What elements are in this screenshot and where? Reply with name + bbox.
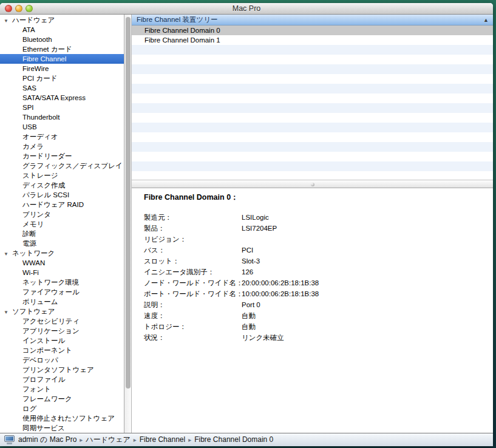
breadcrumb-separator-icon: ▸ (188, 436, 191, 443)
device-tree-header[interactable]: Fibre Channel 装置ツリー ▲ (132, 15, 493, 25)
detail-field-row: イニシエータ識別子：126 (144, 266, 487, 277)
detail-field-label: リビジョン： (144, 234, 242, 245)
device-tree-row[interactable]: Fibre Channel Domain 1 (132, 35, 493, 45)
sidebar-item[interactable]: ボリューム (0, 297, 124, 307)
sidebar-list: ▼ハードウェアATABluetoothEthernet カードFibre Cha… (0, 15, 124, 433)
sidebar-scrollbar-thumb[interactable] (126, 17, 131, 389)
sidebar-item[interactable]: USB (0, 122, 124, 132)
sidebar-section-label: ハードウェア (12, 16, 55, 24)
close-button[interactable] (5, 5, 12, 12)
sidebar-section: ▼ソフトウェア (0, 307, 124, 316)
sidebar-item[interactable]: 同期サービス (0, 423, 124, 433)
pane-splitter[interactable] (132, 180, 493, 188)
sidebar-item[interactable]: ネットワーク環境 (0, 277, 124, 287)
breadcrumb-item: Fibre Channel (140, 435, 185, 444)
sidebar-item[interactable]: PCI カード (0, 73, 124, 83)
sidebar-scrollbar[interactable] (124, 15, 132, 433)
sidebar-item[interactable]: SPI (0, 103, 124, 112)
sidebar-item[interactable]: Wi-Fi (0, 268, 124, 277)
detail-field-row: 製品：LSI7204EP (144, 223, 487, 234)
sidebar-item[interactable]: フォント (0, 384, 124, 394)
sidebar-item[interactable]: インストール (0, 336, 124, 345)
sidebar-item[interactable]: Fibre Channel (0, 54, 124, 64)
sidebar-section-label: ネットワーク (12, 249, 55, 257)
detail-field-row: バス：PCI (144, 245, 487, 256)
sidebar-item[interactable]: Ethernet カード (0, 44, 124, 54)
splitter-grip-icon[interactable] (311, 183, 314, 186)
title-bar[interactable]: Mac Pro (0, 3, 493, 15)
disclosure-triangle-icon[interactable]: ▼ (4, 308, 12, 317)
sidebar-item[interactable]: ログ (0, 404, 124, 413)
detail-title: Fibre Channel Domain 0： (144, 192, 487, 203)
sidebar-item[interactable]: アクセシビリティ (0, 316, 124, 326)
sidebar-item[interactable]: 電源 (0, 239, 124, 248)
detail-field-label: イニシエータ識別子： (144, 266, 242, 277)
sidebar-item[interactable]: ストレージ (0, 171, 124, 180)
disclosure-triangle-icon[interactable]: ▼ (4, 249, 12, 259)
sidebar-item[interactable]: 診断 (0, 229, 124, 239)
detail-field-value: 自動 (242, 321, 256, 332)
sidebar-item[interactable]: プリンタソフトウェア (0, 365, 124, 375)
detail-field-value: LSILogic (242, 212, 269, 223)
detail-field-label: スロット： (144, 256, 242, 266)
sidebar-item[interactable]: コンポーネント (0, 345, 124, 355)
sidebar-item[interactable]: 使用停止されたソフトウェア (0, 413, 124, 423)
detail-field-row: 製造元：LSILogic (144, 212, 487, 223)
sidebar-item[interactable]: パラレル SCSI (0, 190, 124, 200)
device-tree-row[interactable]: Fibre Channel Domain 0 (132, 25, 493, 35)
computer-icon (4, 435, 15, 444)
zoom-button[interactable] (25, 5, 33, 12)
detail-field-label: 状況： (144, 332, 242, 343)
detail-field-row: トポロジー：自動 (144, 321, 487, 332)
detail-field-label: ノード・ワールド・ワイド名： (144, 277, 242, 288)
sidebar-item[interactable]: ハードウェア RAID (0, 200, 124, 209)
sidebar-item[interactable]: アプリケーション (0, 326, 124, 336)
detail-field-value: 10:00:00:06:2B:18:1B:38 (242, 288, 319, 299)
detail-field-value: リンク未確立 (242, 332, 284, 343)
minimize-button[interactable] (15, 5, 22, 12)
detail-field-value: 126 (242, 266, 253, 277)
sidebar-item[interactable]: グラフィックス／ディスプレイ (0, 161, 124, 171)
sidebar-section: ▼ネットワーク (0, 248, 124, 258)
breadcrumb-item: Fibre Channel Domain 0 (194, 435, 273, 444)
sidebar-section: ▼ハードウェア (0, 15, 124, 25)
device-tree-pane: Fibre Channel 装置ツリー ▲ Fibre Channel Doma… (132, 15, 493, 180)
sidebar-item[interactable]: FireWire (0, 64, 124, 73)
detail-pane: Fibre Channel Domain 0： 製造元：LSILogic製品：L… (132, 188, 493, 433)
detail-field-row: ノード・ワールド・ワイド名：20:00:00:06:2B:18:1B:38 (144, 277, 487, 288)
detail-field-label: バス： (144, 245, 242, 256)
detail-field-value: PCI (242, 245, 253, 256)
detail-field-row: スロット：Slot-3 (144, 256, 487, 266)
sidebar-item[interactable]: プロファイル (0, 375, 124, 384)
sort-ascending-icon[interactable]: ▲ (483, 15, 489, 25)
sidebar-item[interactable]: メモリ (0, 219, 124, 229)
detail-field-label: 製造元： (144, 212, 242, 223)
sidebar-item[interactable]: ディスク作成 (0, 180, 124, 190)
sidebar-item[interactable]: プリンタ (0, 209, 124, 219)
breadcrumb-separator-icon: ▸ (134, 436, 137, 443)
sidebar-item[interactable]: SATA/SATA Express (0, 93, 124, 103)
sidebar-item[interactable]: SAS (0, 83, 124, 93)
detail-field-label: ポート・ワールド・ワイド名： (144, 288, 242, 299)
sidebar-item[interactable]: WWAN (0, 258, 124, 268)
breadcrumb-separator-icon: ▸ (80, 436, 83, 443)
sidebar-item[interactable]: カードリーダー (0, 151, 124, 161)
traffic-lights (5, 5, 33, 12)
sidebar-item[interactable]: Thunderbolt (0, 112, 124, 122)
device-tree-header-label: Fibre Channel 装置ツリー (137, 16, 217, 23)
detail-field-value: Slot-3 (242, 256, 260, 266)
sidebar-item[interactable]: フレームワーク (0, 394, 124, 404)
content-area: Fibre Channel 装置ツリー ▲ Fibre Channel Doma… (132, 15, 493, 433)
sidebar-item[interactable]: Bluetooth (0, 35, 124, 44)
system-information-window: Mac Pro ▼ハードウェアATABluetoothEthernet カードF… (0, 3, 493, 446)
sidebar-item[interactable]: ファイアウォール (0, 287, 124, 297)
sidebar-item[interactable]: デベロッパ (0, 355, 124, 365)
device-tree-body: Fibre Channel Domain 0Fibre Channel Doma… (132, 25, 493, 180)
sidebar-item[interactable]: カメラ (0, 141, 124, 151)
detail-field-row: ポート・ワールド・ワイド名：10:00:00:06:2B:18:1B:38 (144, 288, 487, 299)
sidebar-item[interactable]: ATA (0, 25, 124, 35)
disclosure-triangle-icon[interactable]: ▼ (4, 16, 12, 25)
detail-field-value: 自動 (242, 310, 256, 321)
detail-field-row: 速度：自動 (144, 310, 487, 321)
sidebar-item[interactable]: オーディオ (0, 132, 124, 141)
